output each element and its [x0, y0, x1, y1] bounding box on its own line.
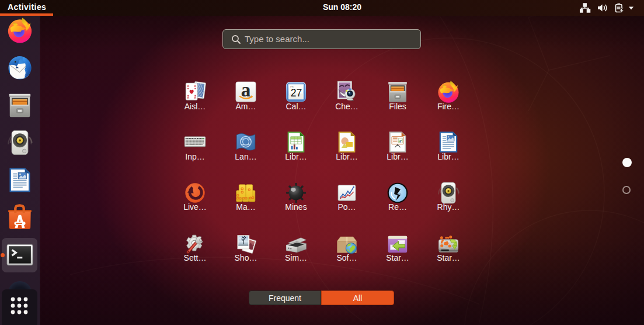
- svg-text:A: A: [194, 84, 196, 88]
- svg-text:A: A: [187, 84, 189, 88]
- svg-text:A: A: [187, 96, 189, 99]
- svg-text:27: 27: [291, 87, 302, 99]
- svg-text:A: A: [194, 96, 196, 99]
